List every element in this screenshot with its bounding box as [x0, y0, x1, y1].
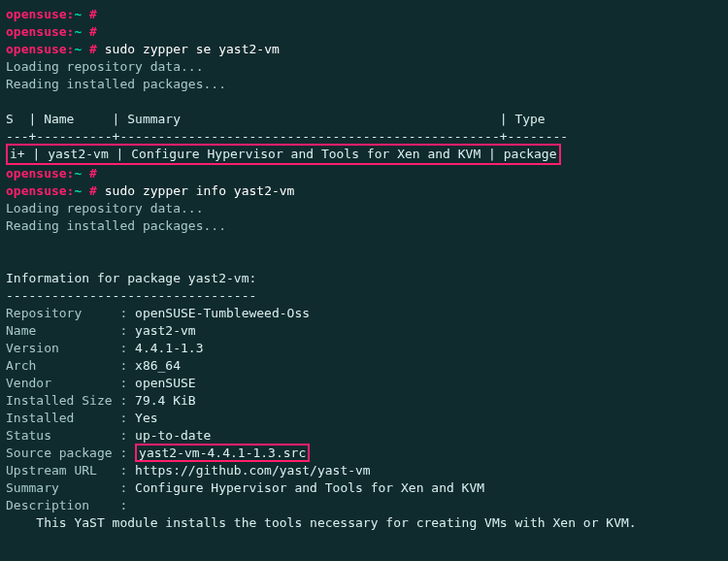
- info-vendor-label: Vendor :: [6, 376, 127, 390]
- info-installed-label: Installed :: [6, 411, 127, 425]
- info-source-label: Source package :: [6, 446, 127, 460]
- info-status-value: up-to-date: [135, 428, 211, 443]
- info-vendor-value: openSUSE: [135, 376, 196, 390]
- info-name-value: yast2-vm: [135, 323, 196, 338]
- info-arch-value: x86_64: [135, 358, 181, 373]
- search-table-header: S | Name | Summary | Type: [6, 112, 546, 126]
- info-size-value: 79.4 KiB: [135, 393, 196, 408]
- info-version-value: 4.4.1-1.3: [135, 341, 203, 355]
- info-desc-value: This YaST module installs the tools nece…: [6, 515, 637, 530]
- info-version-label: Version :: [6, 341, 127, 355]
- info-arch-label: Arch :: [6, 358, 127, 373]
- info-source-value: yast2-vm-4.4.1-1.3.src: [135, 444, 310, 462]
- info-size-label: Installed Size :: [6, 393, 127, 408]
- reading-installed-1: Reading installed packages...: [6, 77, 226, 91]
- prompt-host: opensuse:: [6, 7, 74, 21]
- info-desc-label: Description :: [6, 498, 127, 512]
- search-table-sep: ---+----------+-------------------------…: [6, 129, 568, 144]
- info-url-label: Upstream URL :: [6, 463, 127, 478]
- info-status-label: Status :: [6, 428, 127, 443]
- loading-repo-2: Loading repository data...: [6, 201, 204, 215]
- info-repo-label: Repository :: [6, 306, 127, 320]
- reading-installed-2: Reading installed packages...: [6, 218, 226, 233]
- prompt-hash: #: [82, 7, 97, 21]
- command-1: sudo zypper se yast2-vm: [105, 42, 280, 56]
- info-installed-value: Yes: [135, 411, 157, 425]
- command-2: sudo zypper info yast2-vm: [105, 183, 295, 198]
- info-sep: ---------------------------------: [6, 288, 256, 303]
- loading-repo-1: Loading repository data...: [6, 59, 204, 74]
- info-title: Information for package yast2-vm:: [6, 271, 256, 285]
- info-summary-label: Summary :: [6, 480, 127, 495]
- info-summary-value: Configure Hypervisor and Tools for Xen a…: [135, 480, 484, 495]
- terminal-output: opensuse:~ # opensuse:~ # opensuse:~ # s…: [6, 6, 711, 549]
- info-name-label: Name :: [6, 323, 127, 338]
- search-result-row: i+ | yast2-vm | Configure Hypervisor and…: [6, 144, 561, 165]
- info-repo-value: openSUSE-Tumbleweed-Oss: [135, 306, 310, 320]
- info-url-value: https://github.com/yast/yast-vm: [135, 463, 371, 478]
